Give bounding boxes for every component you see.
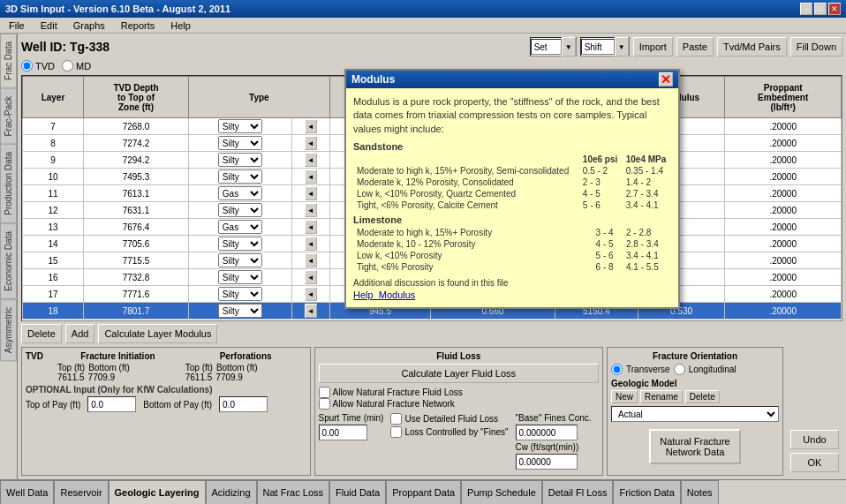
fill-down-button[interactable]: Fill Down <box>790 37 842 56</box>
left-tab-frac-data[interactable]: Frac Data <box>0 34 17 88</box>
base-fines-input[interactable] <box>516 425 578 440</box>
bottom-tab-notes[interactable]: Notes <box>681 480 719 504</box>
md-radio[interactable] <box>62 60 73 71</box>
popup-close-button[interactable]: ✕ <box>659 72 673 87</box>
loss-controlled-check[interactable]: Loss Controlled by "Fines" <box>390 426 508 438</box>
longitudinal-label[interactable]: Longitudinal <box>674 364 736 375</box>
left-tab-production[interactable]: Production Data <box>0 144 17 223</box>
cell-type-arrow[interactable]: ◄ <box>291 169 329 185</box>
cell-type-arrow[interactable]: ◄ <box>291 303 329 320</box>
top-pay-input[interactable] <box>87 396 136 412</box>
undo-button[interactable]: Undo <box>790 430 839 449</box>
cell-type-arrow[interactable]: ◄ <box>291 202 329 219</box>
geo-model-select[interactable]: Actual <box>611 406 779 422</box>
type-select[interactable]: Gas <box>218 220 262 234</box>
type-arrow[interactable]: ◄ <box>305 220 317 234</box>
add-button[interactable]: Add <box>65 324 95 343</box>
longitudinal-radio[interactable] <box>674 364 685 375</box>
cell-type-arrow[interactable]: ◄ <box>291 185 329 202</box>
bottom-pay-input[interactable] <box>219 396 268 412</box>
type-arrow[interactable]: ◄ <box>305 169 317 184</box>
bottom-tab-fluid-data[interactable]: Fluid Data <box>329 480 386 504</box>
type-arrow[interactable]: ◄ <box>305 119 317 133</box>
type-arrow[interactable]: ◄ <box>305 153 317 167</box>
type-select[interactable]: Silty <box>218 119 262 133</box>
type-select[interactable]: Silty <box>218 237 262 251</box>
bottom-tab-well-data[interactable]: Well Data <box>0 480 54 504</box>
tvd-radio-label[interactable]: TVD <box>21 60 55 71</box>
close-button[interactable]: ✕ <box>828 3 841 15</box>
type-arrow[interactable]: ◄ <box>305 253 317 267</box>
bottom-tab-detail-fl-loss[interactable]: Detail Fl Loss <box>542 480 614 504</box>
shift-arrow[interactable]: ▼ <box>615 37 629 56</box>
type-arrow[interactable]: ◄ <box>305 304 317 318</box>
menu-file[interactable]: File <box>5 19 28 32</box>
type-arrow[interactable]: ◄ <box>305 203 317 217</box>
shift-input[interactable] <box>581 39 615 55</box>
type-select[interactable]: Silty <box>218 304 262 318</box>
cell-type-arrow[interactable]: ◄ <box>291 135 329 152</box>
allow-nat-frac-check[interactable]: Allow Natural Fracture Fluid Loss <box>319 387 600 398</box>
set-combo[interactable]: ▼ <box>530 37 577 56</box>
paste-button[interactable]: Paste <box>676 37 714 56</box>
type-arrow[interactable]: ◄ <box>305 287 317 301</box>
cell-type-arrow[interactable]: ◄ <box>291 252 329 269</box>
left-tab-economic[interactable]: Economic Data <box>0 223 17 299</box>
set-input[interactable] <box>531 39 562 55</box>
geo-rename-button[interactable]: Rename <box>640 390 683 403</box>
set-arrow[interactable]: ▼ <box>562 37 576 56</box>
minimize-button[interactable]: – <box>800 3 812 15</box>
cell-type-arrow[interactable]: ◄ <box>291 219 329 236</box>
transverse-radio[interactable] <box>611 364 623 375</box>
cell-type-arrow[interactable]: ◄ <box>291 118 329 135</box>
type-arrow[interactable]: ◄ <box>305 136 317 150</box>
type-arrow[interactable]: ◄ <box>305 186 317 200</box>
calc-modulus-button[interactable]: Calculate Layer Modulus <box>98 324 217 343</box>
cw-input[interactable] <box>516 454 578 470</box>
bottom-tab-acidizing[interactable]: Acidizing <box>206 480 257 504</box>
bottom-tab-nat-frac-loss[interactable]: Nat Frac Loss <box>257 480 329 504</box>
import-button[interactable]: Import <box>633 37 673 56</box>
bottom-tab-friction-data[interactable]: Friction Data <box>613 480 680 504</box>
type-select[interactable]: Gas <box>218 186 262 200</box>
bottom-tab-geologic-layering[interactable]: Geologic Layering <box>109 480 206 504</box>
type-select[interactable]: Silty <box>218 153 262 167</box>
transverse-label[interactable]: Transverse <box>611 364 670 375</box>
left-tab-frac-pack[interactable]: Frac-Pack <box>0 88 17 145</box>
calc-fluid-loss-button[interactable]: Calculate Layer Fluid Loss <box>319 364 600 383</box>
bottom-tab-pump-schedule[interactable]: Pump Schedule <box>461 480 542 504</box>
type-arrow[interactable]: ◄ <box>305 237 317 251</box>
geo-delete-button[interactable]: Delete <box>685 390 720 403</box>
bottom-tab-proppant-data[interactable]: Proppant Data <box>386 480 461 504</box>
tvd-radio[interactable] <box>21 60 33 71</box>
shift-combo[interactable]: ▼ <box>580 37 630 56</box>
delete-button[interactable]: Delete <box>21 324 62 343</box>
md-radio-label[interactable]: MD <box>62 60 91 71</box>
type-select[interactable]: Silty <box>218 203 262 217</box>
spurt-time-input[interactable] <box>319 425 367 440</box>
ok-button[interactable]: OK <box>790 453 839 472</box>
use-detailed-check[interactable]: Use Detailed Fluid Loss <box>390 413 508 425</box>
menu-reports[interactable]: Reports <box>117 19 159 32</box>
type-arrow[interactable]: ◄ <box>305 270 317 284</box>
nat-frac-button[interactable]: Natural FractureNetwork Data <box>649 429 740 464</box>
popup-link[interactable]: Help_Modulus <box>353 290 671 300</box>
menu-graphs[interactable]: Graphs <box>70 19 109 32</box>
left-tab-asymmetric[interactable]: Asymmetric <box>0 299 17 361</box>
menu-edit[interactable]: Edit <box>37 19 61 32</box>
type-select[interactable]: Silty <box>218 169 262 184</box>
bottom-tab-reservoir[interactable]: Reservoir <box>54 480 108 504</box>
type-select[interactable]: Silty <box>218 253 262 267</box>
cell-type-arrow[interactable]: ◄ <box>291 236 329 252</box>
window-controls[interactable]: – □ ✕ <box>800 3 841 15</box>
geo-new-button[interactable]: New <box>611 390 638 403</box>
menu-help[interactable]: Help <box>167 19 194 32</box>
tvd-md-pairs-button[interactable]: Tvd/Md Pairs <box>717 37 787 56</box>
type-select[interactable]: Silty <box>218 270 262 284</box>
maximize-button[interactable]: □ <box>814 3 827 15</box>
cell-type-arrow[interactable]: ◄ <box>291 269 329 286</box>
cell-type-arrow[interactable]: ◄ <box>291 286 329 303</box>
type-select[interactable]: Silty <box>218 136 262 150</box>
type-select[interactable]: Silty <box>218 287 262 301</box>
cell-type-arrow[interactable]: ◄ <box>291 152 329 169</box>
